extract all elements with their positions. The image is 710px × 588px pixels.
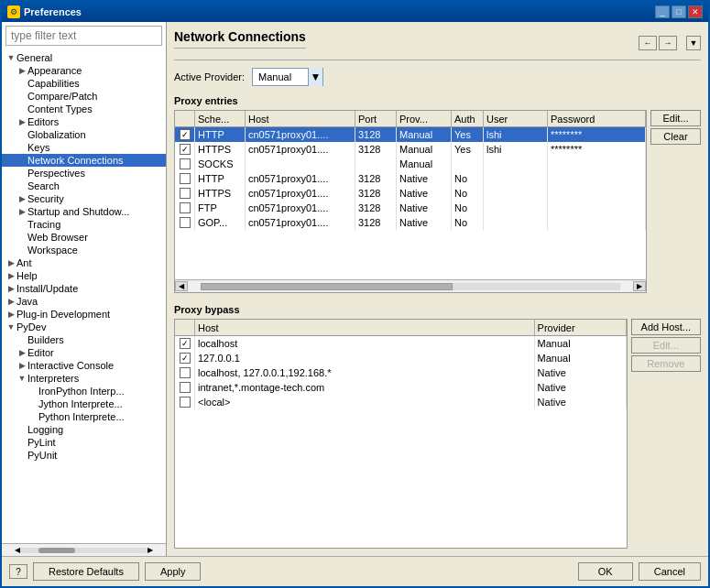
bypass-row-3[interactable]: localhost, 127.0.0.1,192.168.* Native <box>175 365 627 380</box>
bypass-row-1[interactable]: localhost Manual <box>175 336 627 351</box>
filter-input[interactable] <box>5 26 162 46</box>
proxy-port-6: 3128 <box>355 201 397 215</box>
sidebar-item-interpreters[interactable]: ▼ Interpreters <box>2 372 166 385</box>
sidebar-item-editors[interactable]: ▶ Editors <box>2 115 166 128</box>
th-port: Port <box>355 111 397 126</box>
expand-icon: ▼ <box>16 374 27 383</box>
proxy-row-3[interactable]: SOCKS Manual <box>175 157 646 171</box>
sidebar-item-content-types[interactable]: Content Types <box>2 103 166 115</box>
close-button[interactable]: ✕ <box>688 5 703 18</box>
expand-icon: ▼ <box>5 53 16 62</box>
proxy-check-1[interactable] <box>175 127 195 142</box>
sidebar-item-appearance[interactable]: ▶ Appearance <box>2 64 166 77</box>
proxy-scheme-5: HTTPS <box>195 186 246 201</box>
th-host: Host <box>246 111 355 126</box>
clear-proxy-button[interactable]: Clear <box>650 128 701 145</box>
edit-proxy-button[interactable]: Edit... <box>650 110 701 126</box>
remove-button[interactable]: Remove <box>631 355 701 372</box>
sidebar-item-interactive-console[interactable]: ▶ Interactive Console <box>2 359 166 372</box>
sidebar-item-capabilities[interactable]: Capabilities <box>2 77 166 90</box>
sidebar-item-web-browser[interactable]: Web Browser <box>2 231 166 244</box>
cancel-button[interactable]: Cancel <box>639 562 701 581</box>
proxy-check-2[interactable] <box>175 142 195 157</box>
proxy-bypass-label: Proxy bypass <box>174 304 701 315</box>
apply-button[interactable]: Apply <box>145 562 202 581</box>
bypass-row-5[interactable]: <local> Native <box>175 395 627 409</box>
sidebar-item-pyunit[interactable]: PyUnit <box>2 449 166 462</box>
minimize-button[interactable]: _ <box>655 5 670 18</box>
provider-select[interactable]: Manual ▼ <box>252 68 323 86</box>
nav-forward-button[interactable]: → <box>659 36 677 50</box>
sidebar-scrollbar[interactable]: ◀ ▶ <box>2 543 166 556</box>
proxy-host-2: cn0571proxy01.... <box>246 142 355 157</box>
sidebar-item-keys[interactable]: Keys <box>2 141 166 154</box>
proxy-port-5: 3128 <box>355 186 397 201</box>
bypass-th-host: Host <box>195 320 535 335</box>
proxy-row-2[interactable]: HTTPS cn0571proxy01.... 3128 Manual Yes … <box>175 142 646 157</box>
scroll-right-arrow[interactable]: ▶ <box>147 546 153 554</box>
sidebar-item-tracing[interactable]: Tracing <box>2 218 166 231</box>
sidebar-item-pylint[interactable]: PyLint <box>2 436 166 449</box>
bypass-row-4[interactable]: intranet,*.montage-tech.com Native <box>175 380 627 395</box>
scroll-right[interactable]: ▶ <box>633 281 646 291</box>
proxy-row-1[interactable]: HTTP cn0571proxy01.... 3128 Manual Yes l… <box>175 127 646 142</box>
sidebar-item-install-update[interactable]: ▶ Install/Update <box>2 282 166 295</box>
proxy-port-7: 3128 <box>355 215 397 230</box>
proxy-check-6[interactable] <box>175 201 195 215</box>
proxy-row-7[interactable]: GOP... cn0571proxy01.... 3128 Native No <box>175 215 646 230</box>
sidebar-item-compare-patch[interactable]: Compare/Patch <box>2 90 166 103</box>
sidebar-item-help[interactable]: ▶ Help <box>2 269 166 282</box>
help-button[interactable]: ? <box>9 564 27 579</box>
provider-select-arrow[interactable]: ▼ <box>308 68 322 86</box>
restore-defaults-button[interactable]: Restore Defaults <box>33 562 139 581</box>
add-host-button[interactable]: Add Host... <box>631 319 701 335</box>
proxy-check-5[interactable] <box>175 186 195 201</box>
ok-button[interactable]: OK <box>578 562 633 581</box>
proxy-row-6[interactable]: FTP cn0571proxy01.... 3128 Native No <box>175 201 646 215</box>
proxy-row-4[interactable]: HTTP cn0571proxy01.... 3128 Native No <box>175 171 646 186</box>
bypass-edit-button[interactable]: Edit... <box>631 337 701 354</box>
proxy-port-2: 3128 <box>355 142 397 157</box>
proxy-host-4: cn0571proxy01.... <box>246 171 355 186</box>
sidebar-item-workspace[interactable]: Workspace <box>2 244 166 256</box>
sidebar-item-editor[interactable]: ▶ Editor <box>2 346 166 359</box>
expand-icon: ▶ <box>5 284 16 293</box>
expand-icon: ▶ <box>16 207 27 216</box>
sidebar-item-java[interactable]: ▶ Java <box>2 295 166 308</box>
proxy-check-7[interactable] <box>175 215 195 230</box>
sidebar-item-python[interactable]: Python Interprete... <box>2 410 166 423</box>
sidebar-item-general[interactable]: ▼ General <box>2 51 166 64</box>
sidebar-item-plugin-dev[interactable]: ▶ Plug-in Development <box>2 308 166 321</box>
sidebar-item-pydev[interactable]: ▼ PyDev <box>2 321 166 333</box>
proxy-check-4[interactable] <box>175 171 195 186</box>
expand-icon: ▶ <box>16 117 27 126</box>
expand-icon: ▶ <box>5 297 16 306</box>
proxy-prov-4: Native <box>397 171 452 186</box>
nav-menu-button[interactable]: ▼ <box>686 36 701 50</box>
sidebar-item-ironpython[interactable]: IronPython Interp... <box>2 385 166 397</box>
maximize-button[interactable]: □ <box>672 5 686 18</box>
proxy-hscrollbar[interactable]: ◀ ▶ <box>175 279 646 292</box>
scroll-left[interactable]: ◀ <box>175 281 188 291</box>
proxy-check-3[interactable] <box>175 157 195 171</box>
bypass-row-2[interactable]: 127.0.0.1 Manual <box>175 351 627 365</box>
sidebar-item-builders[interactable]: Builders <box>2 333 166 346</box>
expand-icon: ▶ <box>16 66 27 75</box>
sidebar-item-perspectives[interactable]: Perspectives <box>2 167 166 180</box>
proxy-bypass-table: Host Provider localhost Manual 127.0.0.1 <box>174 319 628 549</box>
sidebar-item-startup[interactable]: ▶ Startup and Shutdow... <box>2 205 166 218</box>
sidebar-item-globalization[interactable]: Globalization <box>2 128 166 141</box>
proxy-scheme-3: SOCKS <box>195 157 246 171</box>
sidebar-item-security[interactable]: ▶ Security <box>2 192 166 205</box>
nav-back-button[interactable]: ← <box>639 36 657 50</box>
sidebar-item-search[interactable]: Search <box>2 180 166 192</box>
proxy-user-3 <box>484 157 548 171</box>
sidebar-item-jython[interactable]: Jython Interprete... <box>2 397 166 410</box>
proxy-auth-5: No <box>452 186 484 201</box>
proxy-row-5[interactable]: HTTPS cn0571proxy01.... 3128 Native No <box>175 186 646 201</box>
sidebar-item-network-connections[interactable]: Network Connections <box>2 154 166 167</box>
main-content: ▼ General ▶ Appearance Capabilities Comp… <box>2 22 708 556</box>
sidebar-item-logging[interactable]: Logging <box>2 423 166 436</box>
proxy-entries-area: Sche... Host Port Prov... Auth User Pass… <box>174 110 701 299</box>
sidebar-item-ant[interactable]: ▶ Ant <box>2 256 166 269</box>
